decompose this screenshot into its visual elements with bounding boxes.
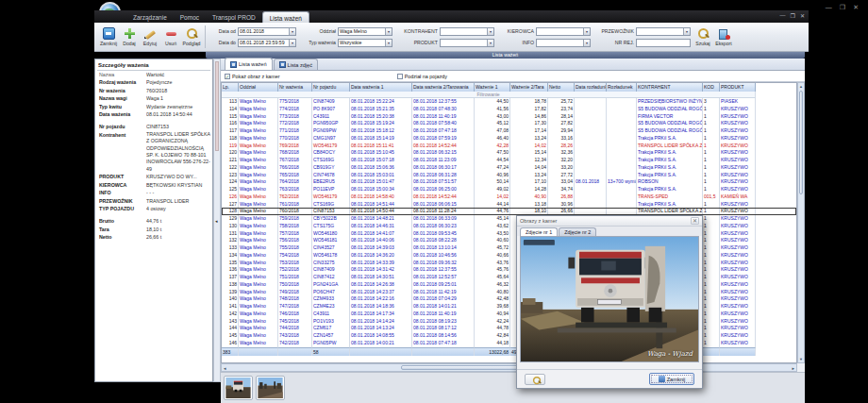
field-przewo-nik[interactable]: ▾ [636, 27, 691, 36]
checkbox-pokaż-obraz-z-kamer[interactable]: ✓Pokaż obraz z kamer [225, 74, 280, 79]
column-header-7[interactable]: Ważenie 2/Tara [510, 83, 548, 92]
dialog-close-button[interactable]: Zamknij [649, 373, 694, 385]
camera-thumbnail-2[interactable] [256, 376, 285, 400]
toolbar-button-usuń[interactable]: Usuń [160, 24, 181, 50]
table-row[interactable]: 124Waga Melno764/2018EBE2RU508.01.2018 1… [222, 178, 796, 186]
column-header-4[interactable]: Data ważenia 1 [350, 83, 412, 92]
table-row[interactable]: 116Waga Melno772/2018PGN950GP08.01.2018 … [222, 120, 796, 127]
checkbox-box[interactable] [397, 74, 403, 79]
ribbon-tab-pomoc[interactable]: Pomoc [174, 11, 206, 23]
column-header-9[interactable]: Data rozładunku [575, 83, 607, 92]
checkbox-podział-na-pojazdy[interactable]: Podział na pojazdy [397, 74, 447, 79]
toolbar-button-eksport[interactable]: Eksport [713, 24, 734, 50]
toolbar-button-dodaj[interactable]: Dodaj [119, 24, 140, 50]
column-header-12[interactable]: KOD [703, 83, 720, 92]
column-header-3[interactable]: Nr pojazdu [312, 83, 350, 92]
column-header-0[interactable]: Lp. [222, 83, 239, 92]
table-row[interactable]: 145Waga Melno743/2018CZN145708.01.2018 1… [222, 332, 796, 340]
table-row[interactable]: 134Waga Melno754/2018WO54617808.01.2018 … [222, 252, 796, 260]
close-icon[interactable]: ✕ [853, 4, 859, 11]
close-icon[interactable]: ✕ [691, 217, 699, 225]
table-row[interactable]: 144Waga Melno744/2018CZM61708.01.2018 14… [222, 325, 796, 332]
table-row[interactable]: 121Waga Melno767/2018CTS169G08.01.2018 1… [222, 157, 796, 164]
checkbox-box[interactable]: ✓ [225, 74, 230, 79]
table-row[interactable]: 123Waga Melno765/2018CIN7467808.01.2018 … [222, 172, 796, 179]
table-row[interactable]: 141Waga Melno747/2018CZM4E2308.01.2018 1… [222, 303, 796, 311]
toolbar-button-zamknij[interactable]: Zamknij [98, 24, 119, 50]
dialog-titlebar[interactable]: Obrazy z kamer ✕ [517, 216, 702, 227]
details-panel-scrollbar[interactable]: ◂ [213, 59, 221, 382]
minimize-icon[interactable]: — [780, 12, 786, 19]
chevron-down-icon[interactable]: ▾ [487, 28, 493, 35]
table-row[interactable]: 138Waga Melno750/2018PGN241GA08.01.2018 … [222, 281, 796, 289]
table-row[interactable]: 139Waga Melno749/2018PO6CH4708.01.2018 1… [222, 289, 796, 296]
table-row[interactable]: 118Waga Melno770/2018CMG1N9708.01.2018 1… [222, 135, 796, 143]
table-row[interactable]: 126Waga Melno762/2018WO54617908.01.2018 … [222, 193, 796, 201]
maximize-icon[interactable]: ❐ [840, 4, 845, 11]
camera-thumbnail-1[interactable] [224, 376, 253, 400]
table-row[interactable]: 128Waga Melno760/2018CIN8715308.01.2018 … [222, 208, 796, 215]
table-row[interactable]: 114Waga Melno774/2018PO 8K90708.01.2018 … [222, 106, 796, 113]
toolbar-button-podgląd[interactable]: Podgląd [181, 24, 202, 50]
scroll-up-icon[interactable]: ▲ [798, 84, 804, 89]
field-data-do[interactable]: 08.01.2018 23:59:59▾ [238, 39, 296, 47]
tab-photo-1[interactable]: Zdjęcie nr 1 [520, 227, 558, 236]
chevron-down-icon[interactable]: ▾ [289, 40, 295, 46]
table-row[interactable]: 130Waga Melno758/2018CTS175G08.01.2018 1… [222, 223, 796, 230]
table-row[interactable]: 113Waga Melno775/2018CIN8740908.01.2018 … [222, 98, 796, 106]
scrollbar-thumb[interactable] [215, 61, 219, 151]
ribbon-tab-lista-ważeń[interactable]: Lista ważeń [262, 11, 309, 23]
scrollbar-thumb[interactable] [799, 91, 803, 194]
scroll-down-icon[interactable]: ▼ [798, 357, 804, 361]
splitter-collapse-icon[interactable]: ◂ [215, 218, 218, 224]
table-row[interactable]: 143Waga Melno745/2018PO1V19308.01.2018 1… [222, 318, 796, 326]
ribbon-tab-transpol-prod[interactable]: Transpol PROD [206, 11, 262, 23]
horizontal-scrollbar[interactable]: ◂ ▸ [221, 363, 797, 372]
field-kontrahent[interactable]: ▾ [440, 27, 494, 36]
chevron-down-icon[interactable]: ▾ [385, 40, 392, 46]
chevron-down-icon[interactable]: ▾ [385, 28, 392, 35]
close-icon[interactable]: ✕ [800, 12, 805, 19]
table-row[interactable]: 131Waga Melno757/2018WO54618008.01.2018 … [222, 230, 796, 238]
chevron-down-icon[interactable]: ▾ [487, 40, 493, 46]
toolbar-button-edytuj[interactable]: Edytuj [140, 24, 160, 50]
photo-zoom-button[interactable] [525, 374, 545, 385]
column-header-1[interactable]: Oddział [239, 83, 278, 92]
field-nr-rej-[interactable] [636, 39, 691, 47]
toolbar-button-szukaj[interactable]: Szukaj [693, 24, 713, 50]
column-header-10[interactable]: Rozładunek [607, 83, 637, 92]
column-header-6[interactable]: Ważenie 1 [475, 83, 510, 92]
table-row[interactable]: 120Waga Melno768/2018CB84OCY08.01.2018 1… [222, 149, 796, 157]
minimize-icon[interactable]: — [826, 4, 832, 11]
column-header-11[interactable]: KONTRAHENT [637, 83, 703, 92]
maximize-icon[interactable]: ❐ [791, 12, 795, 19]
scroll-right-icon[interactable]: ▸ [792, 364, 794, 372]
field-info[interactable]: ▾ [536, 39, 591, 47]
field-kierowca[interactable]: ▾ [536, 27, 591, 36]
ribbon-tab-zarządzanie[interactable]: Zarządzanie [126, 11, 174, 23]
table-row[interactable]: 136Waga Melno752/2018CIN8740908.01.2018 … [222, 266, 796, 274]
column-header-2[interactable]: Nr ważenia [278, 83, 312, 92]
field-data-od[interactable]: 08.01.2018▾ [238, 27, 296, 36]
chevron-down-icon[interactable]: ▾ [583, 40, 590, 46]
table-row[interactable]: 135Waga Melno753/2018CIN3327508.01.2018 … [222, 260, 796, 267]
table-row[interactable]: 140Waga Melno748/2018CZM493308.01.2018 1… [222, 295, 796, 303]
chevron-down-icon[interactable]: ▾ [683, 28, 690, 35]
table-row[interactable]: 137Waga Melno751/2018CIN8741208.01.2018 … [222, 274, 796, 281]
column-header-13[interactable]: PRODUKT [720, 83, 756, 92]
table-row[interactable]: 133Waga Melno755/2018CIN4352708.01.2018 … [222, 244, 796, 252]
vertical-scrollbar[interactable]: ▲ ▼ [797, 82, 805, 363]
tab-photo-2[interactable]: Zdjęcie nr 2 [559, 227, 596, 236]
table-row[interactable]: 127Waga Melno761/2018CTS169G08.01.2018 1… [222, 201, 796, 209]
column-header-5[interactable]: Data ważenia 2/Tarowania [412, 83, 475, 92]
scroll-left-icon[interactable]: ◂ [224, 364, 226, 372]
column-header-8[interactable]: Netto [548, 83, 575, 92]
table-row[interactable]: 122Waga Melno766/2018CB919GY08.01.2018 1… [222, 164, 796, 172]
field-oddzia-[interactable]: Waga Melno▾ [338, 27, 392, 36]
table-row[interactable]: 132Waga Melno756/2018WO54618108.01.2018 … [222, 237, 796, 244]
table-row[interactable]: 129Waga Melno759/2018CBY5022B08.01.2018 … [222, 215, 796, 223]
table-row[interactable]: 125Waga Melno763/2018PO11EVP08.01.2018 1… [222, 186, 796, 193]
tab-lista-ważeń[interactable]: Lista ważeń [225, 58, 273, 70]
table-row[interactable]: 117Waga Melno771/2018PGN09PW08.01.2018 1… [222, 127, 796, 135]
chevron-down-icon[interactable]: ▾ [583, 28, 590, 35]
